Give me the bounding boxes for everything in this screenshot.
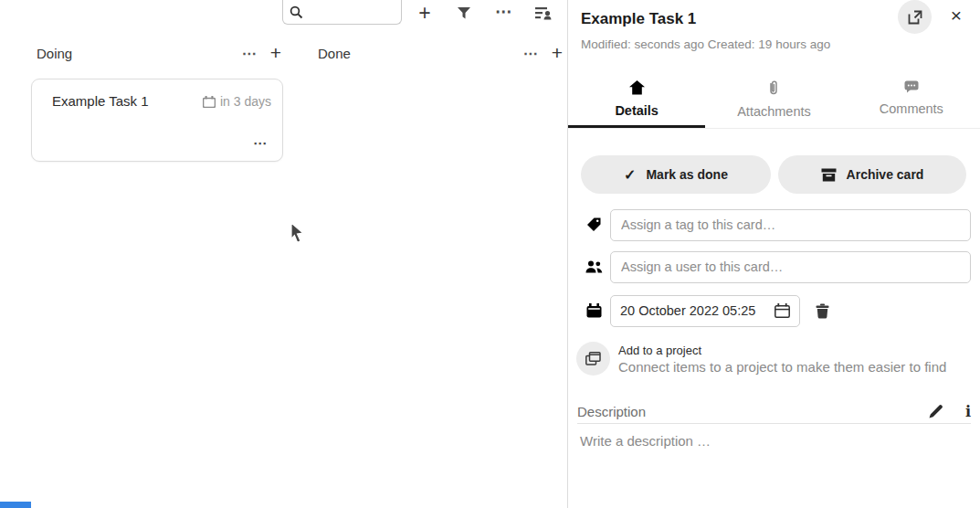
project-button[interactable] xyxy=(576,342,610,376)
archive-icon xyxy=(821,168,837,182)
popout-button[interactable] xyxy=(898,0,932,34)
info-icon: i xyxy=(965,403,971,420)
task-card[interactable]: Example Task 1 in 3 days ⋯ xyxy=(31,79,283,162)
close-button[interactable]: × xyxy=(943,2,970,29)
due-date-row: 20 October 2022 05:25 xyxy=(568,294,980,327)
due-date-field[interactable]: 20 October 2022 05:25 xyxy=(610,295,800,327)
calendar-icon xyxy=(203,96,216,108)
trash-icon xyxy=(816,303,829,319)
description-label: Description xyxy=(577,404,646,419)
card-details-panel: Example Task 1 Modified: seconds ago Cre… xyxy=(568,0,980,508)
column-header-doing: Doing ⋯ + xyxy=(37,40,281,66)
assign-tag-input[interactable] xyxy=(610,209,971,241)
assign-user-input[interactable] xyxy=(610,251,971,283)
button-label: Mark as done xyxy=(646,167,727,182)
external-link-icon xyxy=(908,10,922,25)
users-icon xyxy=(584,260,604,273)
card-due-badge: in 3 days xyxy=(203,94,271,109)
add-button[interactable]: + xyxy=(412,0,437,26)
delete-date-button[interactable] xyxy=(816,303,829,319)
user-row xyxy=(568,250,980,283)
date-picker-button[interactable] xyxy=(775,303,790,318)
mouse-cursor xyxy=(289,222,307,246)
button-label: Archive card xyxy=(847,167,924,182)
funnel-icon xyxy=(457,5,471,20)
description-placeholder[interactable]: Write a description … xyxy=(580,433,711,449)
search-box[interactable] xyxy=(282,0,402,25)
pencil-icon xyxy=(929,404,943,418)
calendar-filled-icon xyxy=(584,303,604,318)
windows-stack-icon xyxy=(585,352,601,365)
panel-meta-text: Modified: seconds ago Created: 19 hours … xyxy=(581,37,830,51)
mark-as-done-button[interactable]: ✓ Mark as done xyxy=(581,155,771,194)
description-divider xyxy=(577,423,971,424)
due-date-value: 20 October 2022 05:25 xyxy=(620,303,755,318)
card-due-text: in 3 days xyxy=(220,94,271,109)
tab-attachments[interactable]: Attachments xyxy=(705,73,842,128)
card-menu-button[interactable]: ⋯ xyxy=(253,135,268,152)
panel-tabs: Details Attachments Comments xyxy=(568,73,980,129)
tab-label: Attachments xyxy=(737,104,811,119)
column-title: Doing xyxy=(37,46,72,61)
column-header-done: Done ⋯ + xyxy=(318,40,563,66)
more-menu-button[interactable]: ⋯ xyxy=(491,0,517,24)
search-icon xyxy=(290,5,303,19)
card-title: Example Task 1 xyxy=(52,93,149,109)
check-icon: ✓ xyxy=(624,166,636,184)
add-to-project-row[interactable]: Add to a project Connect items to a proj… xyxy=(568,342,980,376)
calendar-outline-icon xyxy=(775,303,790,318)
column-add-button[interactable]: + xyxy=(552,42,563,64)
column-menu-button[interactable]: ⋯ xyxy=(242,45,258,62)
project-row-subtitle: Connect items to a project to make them … xyxy=(618,359,946,375)
edit-description-button[interactable] xyxy=(929,404,943,418)
assignee-list-button[interactable] xyxy=(531,0,556,26)
tab-label: Details xyxy=(615,103,659,118)
archive-card-button[interactable]: Archive card xyxy=(778,155,966,194)
filter-button[interactable] xyxy=(451,0,477,26)
tab-comments[interactable]: Comments xyxy=(843,73,980,128)
home-icon xyxy=(629,80,645,95)
column-add-button[interactable]: + xyxy=(270,42,281,64)
description-info-button[interactable]: i xyxy=(965,403,971,420)
column-title: Done xyxy=(318,46,351,61)
tab-label: Comments xyxy=(880,101,943,116)
search-input[interactable] xyxy=(303,5,395,19)
panel-title: Example Task 1 xyxy=(581,10,696,28)
tag-icon xyxy=(584,217,604,232)
description-header: Description i xyxy=(577,400,971,422)
column-menu-button[interactable]: ⋯ xyxy=(523,45,539,62)
paperclip-icon xyxy=(768,80,779,96)
list-user-icon xyxy=(534,5,553,20)
comment-icon xyxy=(904,80,919,93)
tag-row xyxy=(568,208,980,241)
tab-details[interactable]: Details xyxy=(568,73,705,128)
project-row-title: Add to a project xyxy=(618,344,946,357)
bottom-left-accent-strip xyxy=(0,502,31,508)
